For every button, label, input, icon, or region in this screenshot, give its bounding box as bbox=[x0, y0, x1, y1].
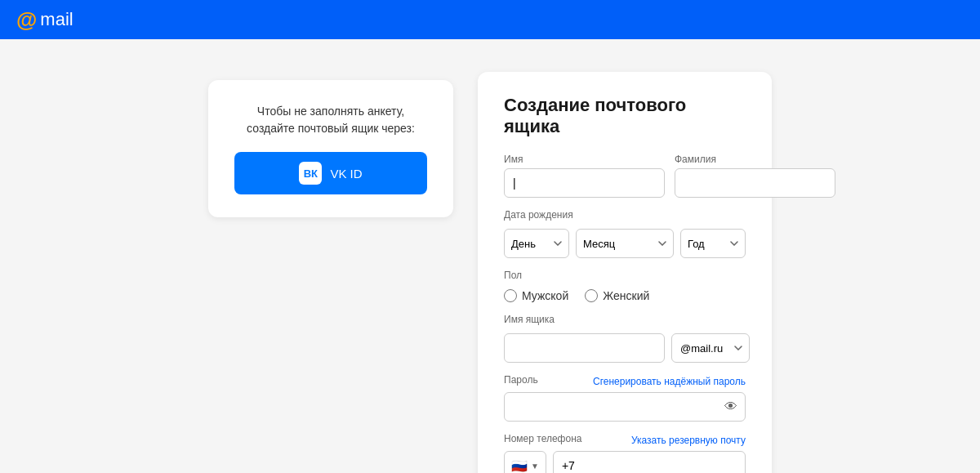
dob-row: День Месяц Год bbox=[504, 229, 746, 258]
logo-at-symbol: @ bbox=[16, 7, 37, 33]
vk-id-button[interactable]: ВК VK ID bbox=[234, 152, 427, 194]
gender-label: Пол bbox=[504, 270, 746, 281]
last-name-label: Фамилия bbox=[675, 154, 835, 165]
year-select[interactable]: Год bbox=[680, 229, 746, 258]
russia-flag-icon: 🇷🇺 bbox=[511, 458, 528, 474]
female-label-text: Женский bbox=[603, 289, 649, 302]
password-wrapper: 👁 bbox=[504, 392, 746, 422]
phone-label: Номер телефона bbox=[504, 433, 581, 444]
main-content: Чтобы не заполнять анкету, создайте почт… bbox=[0, 39, 980, 473]
logo: @ mail bbox=[16, 7, 74, 33]
mailbox-input-group bbox=[504, 333, 665, 363]
vk-panel-description: Чтобы не заполнять анкету, создайте почт… bbox=[234, 103, 427, 137]
password-label: Пароль bbox=[504, 374, 538, 386]
email-row: @mail.ru @inbox.ru @list.ru @bk.ru bbox=[504, 333, 746, 363]
female-radio[interactable] bbox=[585, 289, 598, 302]
male-label-text: Мужской bbox=[522, 289, 568, 302]
registration-panel: Создание почтового ящика Имя Фамилия Дат… bbox=[478, 72, 772, 473]
vk-panel: Чтобы не заполнять анкету, создайте почт… bbox=[208, 80, 453, 217]
female-radio-label[interactable]: Женский bbox=[585, 289, 649, 302]
mailbox-label: Имя ящика bbox=[504, 314, 746, 325]
generate-password-link[interactable]: Сгенерировать надёжный пароль bbox=[593, 376, 746, 387]
first-name-group: Имя bbox=[504, 154, 665, 198]
password-header: Пароль Сгенерировать надёжный пароль bbox=[504, 374, 746, 389]
mailbox-input[interactable] bbox=[504, 333, 665, 363]
phone-header: Номер телефона Указать резервную почту bbox=[504, 433, 746, 448]
eye-icon[interactable]: 👁 bbox=[724, 399, 737, 414]
mailbox-name-group: Имя ящика bbox=[504, 314, 746, 328]
reserve-email-link[interactable]: Указать резервную почту bbox=[631, 435, 746, 446]
phone-input[interactable] bbox=[553, 451, 746, 473]
day-select[interactable]: День bbox=[504, 229, 569, 258]
header: @ mail bbox=[0, 0, 980, 39]
phone-country-selector[interactable]: 🇷🇺 ▼ bbox=[504, 451, 546, 473]
gender-row: Мужской Женский bbox=[504, 289, 746, 302]
phone-row: 🇷🇺 ▼ bbox=[504, 451, 746, 473]
last-name-input[interactable] bbox=[675, 168, 835, 198]
form-title: Создание почтового ящика bbox=[504, 95, 746, 137]
male-radio[interactable] bbox=[504, 289, 517, 302]
last-name-group: Фамилия bbox=[675, 154, 835, 198]
country-chevron-icon: ▼ bbox=[531, 462, 539, 471]
name-row: Имя Фамилия bbox=[504, 154, 746, 198]
domain-wrapper: @mail.ru @inbox.ru @list.ru @bk.ru bbox=[671, 333, 750, 363]
month-select[interactable]: Месяц bbox=[576, 229, 674, 258]
gender-group: Пол bbox=[504, 270, 746, 284]
first-name-label: Имя bbox=[504, 154, 665, 165]
domain-select[interactable]: @mail.ru @inbox.ru @list.ru @bk.ru bbox=[671, 333, 750, 363]
vk-icon: ВК bbox=[299, 162, 322, 185]
vk-button-label: VK ID bbox=[330, 167, 362, 181]
dob-label: Дата рождения bbox=[504, 209, 746, 221]
dob-group: Дата рождения bbox=[504, 209, 746, 224]
logo-text: mail bbox=[40, 9, 73, 30]
first-name-input[interactable] bbox=[504, 168, 665, 198]
password-input[interactable] bbox=[504, 392, 746, 422]
male-radio-label[interactable]: Мужской bbox=[504, 289, 568, 302]
